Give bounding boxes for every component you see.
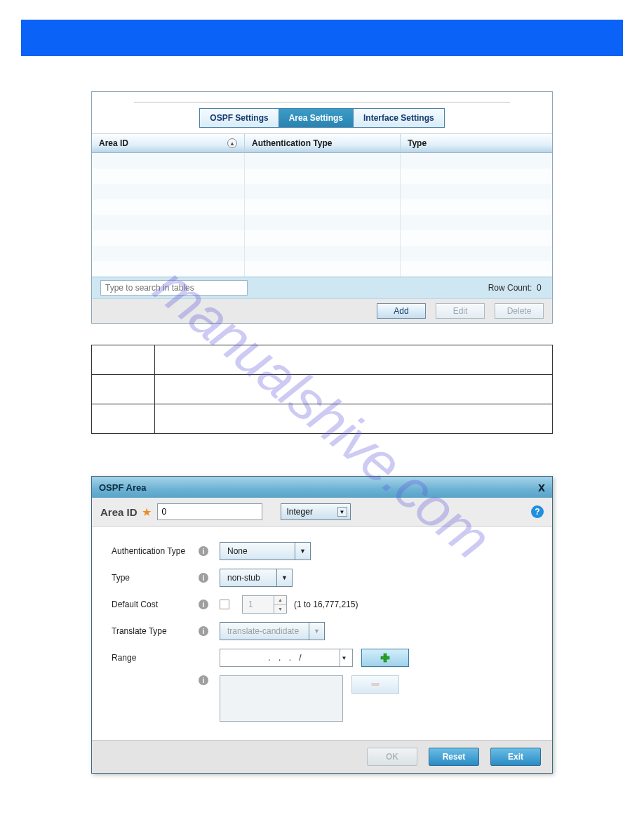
svg-rect-1 xyxy=(381,656,389,659)
spinner-down-icon[interactable]: ▼ xyxy=(274,605,286,614)
auth-type-select[interactable]: None ▼ xyxy=(220,542,311,560)
dialog-footer: OK Reset Exit xyxy=(92,740,552,773)
info-icon[interactable]: i xyxy=(199,573,208,583)
dialog-body: Authentication Type i None ▼ Type i non-… xyxy=(92,527,552,740)
tab-interface-settings[interactable]: Interface Settings xyxy=(354,109,444,127)
range-add-button[interactable] xyxy=(361,649,409,667)
default-cost-value: 1 xyxy=(248,600,253,609)
column-area-id[interactable]: Area ID ▲ xyxy=(92,134,245,152)
edit-button: Edit xyxy=(436,303,485,319)
spinner-up-icon[interactable]: ▲ xyxy=(274,596,286,605)
range-list[interactable] xyxy=(220,675,343,722)
area-id-label: Area ID xyxy=(100,506,137,518)
chevron-down-icon: ▼ xyxy=(276,569,292,586)
ok-button: OK xyxy=(367,748,417,766)
table-body xyxy=(92,153,552,277)
row-count-label: Row Count: xyxy=(488,283,532,293)
chevron-down-icon[interactable]: ▼ xyxy=(340,649,352,666)
info-icon[interactable]: i xyxy=(199,626,208,636)
translate-type-select: translate-candidate ▼ xyxy=(220,622,325,640)
area-id-input[interactable] xyxy=(157,503,262,520)
required-icon: ★ xyxy=(142,505,152,519)
range-ip-value: . . . / xyxy=(268,653,304,663)
tab-ospf-settings[interactable]: OSPF Settings xyxy=(200,109,279,127)
translate-type-value: translate-candidate xyxy=(227,626,299,636)
table-button-bar: Add Edit Delete xyxy=(92,298,552,323)
search-input[interactable] xyxy=(100,280,248,296)
chevron-down-icon: ▼ xyxy=(337,507,347,517)
info-icon[interactable]: i xyxy=(199,675,208,685)
range-ip-input[interactable]: . . . / ▼ xyxy=(220,649,353,667)
default-cost-label: Default Cost xyxy=(112,600,199,609)
dialog-titlebar: OSPF Area x xyxy=(92,477,552,498)
table-header: Area ID ▲ Authentication Type Type xyxy=(92,134,552,153)
description-table xyxy=(91,345,553,434)
column-area-id-label: Area ID xyxy=(99,138,128,148)
settings-tabs: OSPF Settings Area Settings Interface Se… xyxy=(199,108,444,128)
exit-button[interactable]: Exit xyxy=(490,748,541,766)
reset-button[interactable]: Reset xyxy=(429,748,479,766)
row-count-value: 0 xyxy=(537,283,544,293)
range-remove-button[interactable] xyxy=(351,675,399,694)
auth-type-label: Authentication Type xyxy=(112,546,199,556)
default-cost-hint: (1 to 16,777,215) xyxy=(294,600,358,609)
table-footer: Row Count: 0 xyxy=(92,277,552,298)
info-icon[interactable]: i xyxy=(199,546,208,556)
type-value: non-stub xyxy=(227,573,260,583)
dialog-header-row: Area ID ★ Integer ▼ ? xyxy=(92,498,552,527)
default-cost-checkbox[interactable] xyxy=(220,600,229,609)
delete-button: Delete xyxy=(495,303,544,319)
translate-type-label: Translate Type xyxy=(112,626,199,636)
default-cost-spinner[interactable]: 1 ▲▼ xyxy=(242,595,287,614)
ospf-area-dialog: OSPF Area x Area ID ★ Integer ▼ ? Authen… xyxy=(91,476,553,774)
type-label: Type xyxy=(112,573,199,583)
top-banner xyxy=(21,20,623,56)
column-type[interactable]: Type xyxy=(401,134,552,152)
type-select[interactable]: non-stub ▼ xyxy=(220,569,293,587)
svg-rect-2 xyxy=(372,684,379,686)
chevron-down-icon: ▼ xyxy=(295,543,310,560)
area-id-format-value: Integer xyxy=(287,507,313,517)
plus-icon xyxy=(380,653,390,663)
close-icon[interactable]: x xyxy=(538,481,545,494)
chevron-down-icon: ▼ xyxy=(309,623,324,640)
sort-asc-icon[interactable]: ▲ xyxy=(227,138,237,148)
dialog-title-text: OSPF Area xyxy=(99,482,146,493)
tab-area-settings[interactable]: Area Settings xyxy=(279,109,354,127)
area-id-format-select[interactable]: Integer ▼ xyxy=(281,503,351,520)
range-label: Range xyxy=(112,653,199,663)
help-icon[interactable]: ? xyxy=(531,505,544,518)
add-button[interactable]: Add xyxy=(377,303,426,319)
info-icon[interactable]: i xyxy=(199,600,208,609)
area-settings-panel: OSPF Settings Area Settings Interface Se… xyxy=(91,91,553,324)
minus-icon xyxy=(370,680,380,689)
auth-type-value: None xyxy=(227,546,248,556)
column-auth-type[interactable]: Authentication Type xyxy=(245,134,401,152)
